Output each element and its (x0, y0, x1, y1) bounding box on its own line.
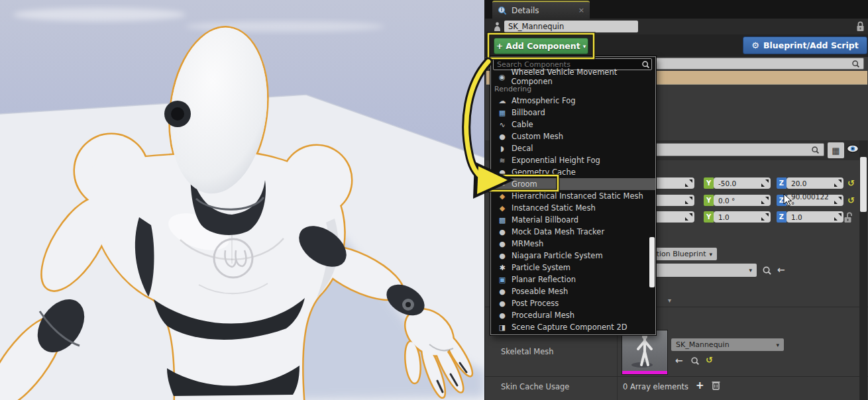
drag-handle[interactable] (761, 196, 769, 205)
groom-icon: ≈ (498, 181, 507, 188)
component-menu-item-label: Material Billboard (512, 215, 578, 225)
drag-handle[interactable] (834, 179, 842, 187)
chevron-down-icon: ▾ (709, 251, 712, 258)
blueprint-add-script-button[interactable]: ⚙ Blueprint/Add Script (743, 36, 867, 54)
gears-icon: ⚙ (751, 41, 759, 50)
add-component-button[interactable]: + Add Component ▾ (494, 38, 588, 54)
reset-rotation-icon[interactable]: ↺ (847, 196, 855, 205)
component-menu-item[interactable]: ◆Hierarchical Instanced Static Mesh (491, 190, 655, 202)
browse-search-icon[interactable] (690, 356, 700, 366)
component-menu-item[interactable]: ▦Billboard (491, 107, 655, 119)
viewport-3d[interactable] (0, 0, 484, 400)
actor-name-field[interactable]: SK_Mannequin (504, 21, 638, 32)
scene-capture-2d-icon: ◨ (498, 324, 507, 331)
component-menu-item[interactable]: ≋Exponential Height Fog (491, 154, 655, 166)
use-selected-arrow-icon[interactable]: ← (777, 265, 785, 274)
component-menu-item[interactable]: ●Custom Mesh (491, 130, 655, 142)
skeletal-mesh-combo[interactable]: SK_Mannequin ▾ (671, 338, 784, 351)
asset-color-strip (622, 371, 667, 374)
cable-icon: ∿ (498, 121, 507, 128)
component-menu-item-label: Decal (512, 144, 533, 153)
component-menu-item[interactable]: ●Mock Data Mesh Tracker (491, 226, 655, 238)
skeletal-mesh-thumbnail[interactable] (622, 330, 668, 375)
panel-scrollbar-track[interactable] (859, 140, 867, 400)
component-menu-item[interactable]: ▣Planar Reflection (491, 274, 655, 285)
component-menu-item[interactable]: ≈Groom (491, 178, 655, 190)
reset-location-icon[interactable]: ↺ (847, 179, 855, 187)
exponential-height-fog-icon: ≋ (498, 157, 507, 164)
details-info-icon (498, 6, 507, 15)
person-icon (493, 22, 502, 32)
component-menu-item[interactable]: ●Geometry Cache (491, 166, 655, 178)
component-menu-item[interactable]: ∿Cable (491, 119, 655, 130)
grid-icon: ▦ (832, 146, 840, 156)
particle-system-icon: ✱ (498, 264, 507, 272)
scale-y-field[interactable]: 1.0 (714, 211, 771, 223)
location-z-value: 20.0 (791, 179, 806, 187)
rotation-y-field[interactable]: 0.0 ° (714, 195, 771, 206)
component-menu-item-label: Particle System (512, 263, 570, 272)
search-icon (851, 60, 860, 68)
chevron-down-icon: ▾ (776, 342, 779, 348)
advanced-expander-icon[interactable]: ▾ (668, 297, 671, 304)
location-z-field[interactable]: 20.0 (787, 177, 843, 189)
drag-handle[interactable] (684, 179, 693, 187)
property-matrix-button[interactable]: ▦ (828, 142, 844, 158)
component-menu-item-label: Exponential Height Fog (512, 156, 600, 165)
component-menu-item-label: Hierarchical Instanced Static Mesh (512, 191, 643, 201)
atmospheric-fog-icon: ☁ (498, 97, 507, 105)
hierarchical-instanced-static-mesh-icon: ◆ (498, 193, 507, 200)
component-menu-item-label: Scene Capture Component 2D (512, 323, 627, 332)
use-selected-arrow-icon[interactable]: ← (675, 356, 683, 365)
drag-handle[interactable] (684, 213, 693, 221)
eye-icon (846, 144, 859, 153)
component-menu-item-label: Scene Capture Component Cube (512, 334, 636, 335)
skeletal-mesh-value: SK_Mannequin (676, 340, 730, 349)
menu-scrollbar-thumb[interactable] (649, 237, 655, 287)
component-menu-item[interactable]: ●Niagara Particle System (491, 250, 655, 262)
chevron-down-icon: ▾ (583, 43, 586, 50)
component-menu-item-label: Wheeled Vehicle Movement Componen (512, 68, 656, 86)
component-menu-item-label: Niagara Particle System (512, 251, 603, 260)
panel-scrollbar-thumb[interactable] (860, 157, 867, 212)
tab-strip: Details × (485, 0, 868, 19)
location-y-field[interactable]: -50.0 (714, 177, 771, 189)
component-menu-item[interactable]: ◉Wheeled Vehicle Movement Componen (491, 71, 655, 83)
drag-handle[interactable] (761, 179, 769, 187)
mrmesh-icon: ● (498, 240, 507, 248)
array-elements-count: 0 Array elements (623, 382, 688, 391)
component-menu-item[interactable]: ✱Particle System (491, 262, 655, 274)
skeletal-mesh-label: Skeletal Mesh (501, 347, 554, 356)
browse-search-icon[interactable] (762, 266, 772, 275)
drag-handle[interactable] (761, 213, 769, 221)
component-menu-item[interactable]: ◧Scene Capture Component Cube (491, 333, 655, 335)
component-menu-item[interactable]: ◗Decal (491, 142, 655, 154)
blueprint-button-label: Blueprint/Add Script (763, 40, 859, 50)
add-array-element-icon[interactable]: + (696, 381, 704, 391)
geometry-cache-icon: ● (498, 169, 507, 176)
component-menu-item[interactable]: ●Post Process (491, 297, 655, 309)
trash-icon[interactable] (712, 380, 720, 390)
component-menu-item[interactable]: ●Procedural Mesh (491, 309, 655, 321)
add-component-menu: ◉Wheeled Vehicle Movement ComponenRender… (490, 56, 656, 335)
planar-reflection-icon: ▣ (498, 276, 507, 283)
component-menu-item[interactable]: ●MRMesh (491, 238, 655, 250)
lock-icon[interactable] (856, 21, 865, 32)
drag-handle[interactable] (684, 196, 693, 205)
reset-skeletal-mesh-icon[interactable]: ↺ (706, 356, 713, 364)
drag-handle[interactable] (834, 196, 842, 205)
component-menu-item[interactable]: ●Poseable Mesh (491, 285, 655, 297)
component-menu-item-label: MRMesh (512, 239, 543, 248)
component-menu-item[interactable]: ◨Scene Capture Component 2D (491, 321, 655, 333)
component-menu-item-label: Atmospheric Fog (512, 96, 576, 105)
animation-mode-label: tion Blueprint (657, 250, 706, 258)
component-menu-item[interactable]: ▩Material Billboard (491, 214, 655, 226)
drag-handle[interactable] (834, 213, 842, 221)
scale-z-field[interactable]: 1.0 (787, 211, 843, 223)
tab-details[interactable]: Details × (492, 1, 590, 19)
tab-close-icon[interactable]: × (578, 6, 584, 15)
component-menu-item[interactable]: ◆Instanced Static Mesh (491, 202, 655, 214)
rotation-z-field[interactable]: 90.000122 ° (787, 195, 843, 206)
component-menu-item[interactable]: ☁Atmospheric Fog (491, 95, 655, 107)
scale-lock-open-icon[interactable] (843, 212, 853, 223)
